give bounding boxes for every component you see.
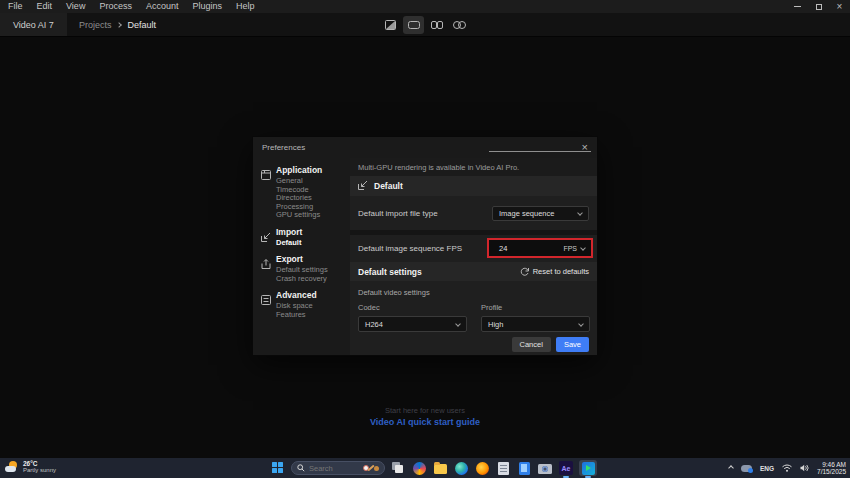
sidebar-item-application[interactable]: Application [276, 165, 322, 175]
after-effects-icon[interactable]: Ae [558, 460, 574, 476]
sidebar-item-crash-recovery[interactable]: Crash recovery [276, 275, 328, 284]
codec-select[interactable]: H264 [358, 316, 467, 332]
sidebar-item-import-default[interactable]: Default [276, 239, 302, 248]
reset-to-defaults-label: Reset to defaults [533, 267, 589, 276]
breadcrumb-projects[interactable]: Projects [79, 20, 112, 30]
firefox-icon[interactable] [474, 460, 490, 476]
weather-temp: 26°C [23, 460, 56, 467]
video-settings-label: Default video settings [358, 288, 589, 297]
minimize-button[interactable] [787, 0, 808, 13]
single-view-icon[interactable] [403, 16, 424, 34]
codec-value: H264 [365, 320, 383, 329]
sidebar-item-export[interactable]: Export [276, 254, 328, 264]
profile-label: Profile [481, 303, 590, 312]
preferences-dialog: Preferences × Application General Timeco… [253, 137, 597, 355]
minimize-icon [794, 6, 801, 7]
task-view-icon[interactable] [390, 460, 406, 476]
sidebar-item-gpu-settings[interactable]: GPU settings [276, 211, 322, 220]
search-box[interactable] [291, 461, 385, 475]
taskbar-clock[interactable]: 9:46 AM 7/15/2025 [817, 461, 846, 476]
fps-unit-value: FPS [563, 245, 577, 252]
menu-process[interactable]: Process [92, 0, 139, 13]
split-diagonal-view-icon[interactable] [380, 16, 401, 34]
chevron-right-icon [117, 22, 123, 28]
edge-icon[interactable] [453, 460, 469, 476]
maximize-button[interactable] [808, 0, 829, 13]
preferences-sidebar: Application General Timecode Directories… [253, 158, 350, 355]
reset-to-defaults-button[interactable]: Reset to defaults [520, 267, 589, 276]
sidebar-group-export: Export Default settings Crash recovery [261, 254, 350, 283]
app-toolbar: Video AI 7 Projects Default [0, 13, 850, 37]
speaker-icon[interactable] [800, 464, 809, 472]
dialog-title: Preferences [262, 143, 305, 152]
save-button[interactable]: Save [556, 337, 589, 352]
camera-icon[interactable] [537, 460, 553, 476]
preferences-content: Multi-GPU rendering is available in Vide… [350, 158, 597, 355]
menu-edit[interactable]: Edit [30, 0, 60, 13]
partly-sunny-icon [5, 461, 19, 473]
sidebar-group-import: Import Default [261, 227, 350, 248]
app-window-icon [261, 166, 271, 220]
side-by-side-view-icon[interactable] [426, 16, 447, 34]
sidebar-item-import[interactable]: Import [276, 227, 302, 237]
new-user-hint: Start here for new users [0, 406, 850, 415]
sidebar-item-advanced[interactable]: Advanced [276, 290, 317, 300]
import-file-type-label: Default import file type [358, 209, 438, 218]
default-section-title: Default [374, 181, 403, 191]
search-input[interactable] [309, 464, 353, 473]
search-icon [297, 464, 305, 472]
menu-account[interactable]: Account [139, 0, 186, 13]
wifi-icon[interactable] [782, 464, 792, 472]
compare-circles-view-icon[interactable] [449, 16, 470, 34]
app-tab[interactable]: Video AI 7 [0, 13, 67, 36]
gpu-note: Multi-GPU rendering is available in Vide… [350, 158, 597, 176]
video-ai-app-window: File Edit View Process Account Plugins H… [0, 0, 850, 478]
cancel-button[interactable]: Cancel [512, 337, 551, 352]
export-icon [261, 255, 271, 283]
video-ai-taskbar-icon[interactable] [579, 460, 597, 476]
hidden-icons-chevron[interactable] [728, 465, 734, 471]
onedrive-icon[interactable] [741, 465, 752, 472]
notepad-icon[interactable] [495, 460, 511, 476]
weather-condition: Partly sunny [23, 467, 56, 474]
default-settings-header: Default settings Reset to defaults [350, 262, 597, 281]
close-button[interactable]: × [829, 0, 850, 13]
weather-widget[interactable]: 26°C Partly sunny [5, 460, 56, 474]
sequence-fps-value[interactable]: 24 [499, 244, 507, 253]
tray-time: 9:46 AM [817, 461, 846, 469]
widgets-icon[interactable] [411, 460, 427, 476]
quick-start-guide-link[interactable]: Video AI quick start guide [0, 417, 850, 427]
sidebar-group-advanced: Advanced Disk space Features [261, 290, 350, 319]
sequence-fps-label: Default image sequence FPS [358, 244, 462, 253]
menu-plugins[interactable]: Plugins [185, 0, 229, 13]
import-file-type-select[interactable]: Image sequence [492, 206, 589, 221]
profile-select[interactable]: High [481, 316, 590, 332]
menu-view[interactable]: View [59, 0, 92, 13]
start-button[interactable] [272, 462, 284, 474]
advanced-icon [261, 291, 271, 319]
import-file-type-value: Image sequence [499, 209, 554, 218]
sequence-fps-field-highlighted[interactable]: 24 FPS [487, 238, 593, 258]
maximize-icon [816, 4, 822, 10]
fps-unit-select[interactable]: FPS [563, 245, 585, 252]
menu-help[interactable]: Help [229, 0, 262, 13]
reset-icon [520, 267, 529, 276]
sidebar-item-features[interactable]: Features [276, 311, 317, 320]
chevron-down-icon [455, 321, 461, 327]
menu-bar: File Edit View Process Account Plugins H… [0, 0, 850, 13]
import-file-type-row: Default import file type Image sequence [350, 196, 597, 230]
language-indicator[interactable]: ENG [760, 465, 774, 472]
breadcrumb: Projects Default [79, 20, 156, 30]
tray-date: 7/15/2025 [817, 468, 846, 476]
file-explorer-icon[interactable] [432, 460, 448, 476]
reader-app-icon[interactable] [516, 460, 532, 476]
chevron-down-icon [580, 245, 586, 251]
window-controls: × [787, 0, 850, 13]
codec-label: Codec [358, 303, 467, 312]
menu-file[interactable]: File [1, 0, 30, 13]
system-tray: ENG 9:46 AM 7/15/2025 [729, 458, 846, 478]
default-video-settings-block: Default video settings Codec H264 Profil… [350, 281, 597, 334]
default-settings-title: Default settings [358, 267, 422, 277]
dialog-body: Application General Timecode Directories… [253, 158, 597, 355]
sequence-fps-row: Default image sequence FPS 24 FPS [350, 235, 597, 262]
